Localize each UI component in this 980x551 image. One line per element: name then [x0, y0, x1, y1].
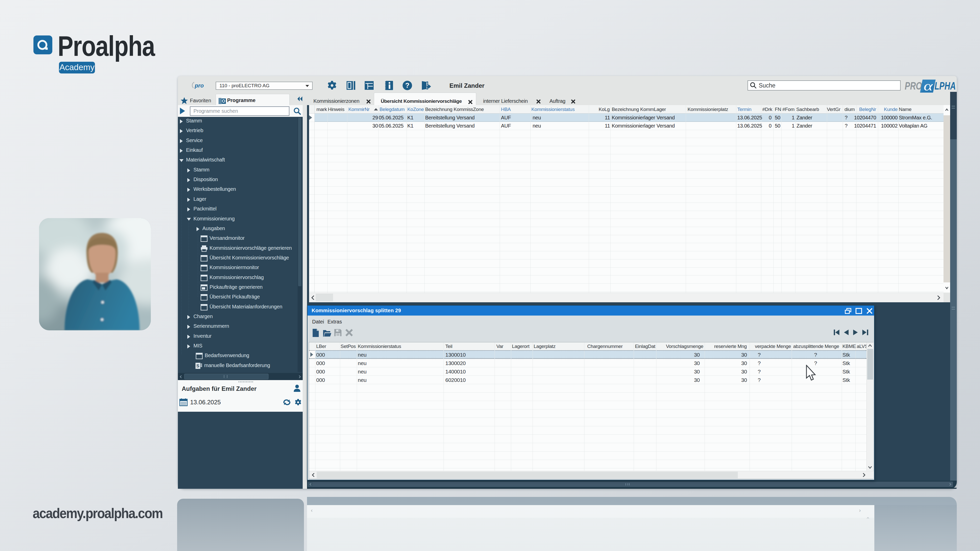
- svg-text:?: ?: [405, 82, 410, 89]
- svg-text:PRO: PRO: [905, 79, 922, 92]
- svg-text:α: α: [924, 79, 933, 93]
- svg-text:S: S: [196, 364, 199, 368]
- svg-text:LPHA: LPHA: [935, 79, 956, 92]
- svg-text:pro: pro: [194, 83, 204, 89]
